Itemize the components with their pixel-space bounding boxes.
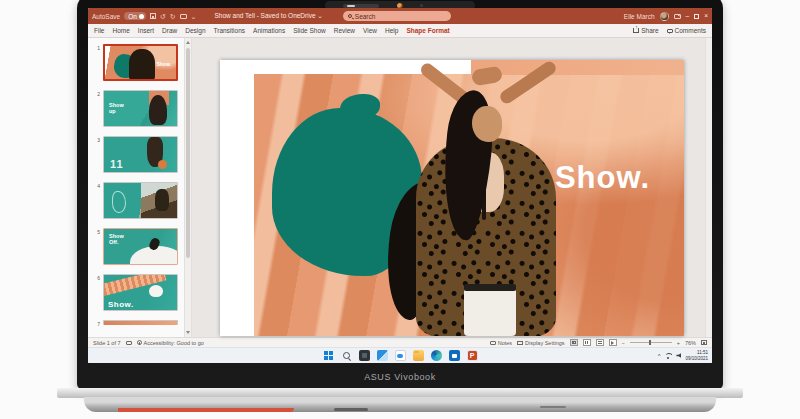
start-presentation-icon[interactable] [180,14,187,19]
reading-view-button[interactable] [596,339,604,346]
minimize-button[interactable]: – [686,13,690,20]
autosave-label: AutoSave [92,13,120,20]
zoom-slider[interactable] [630,342,672,343]
scroll-down-icon[interactable] [186,331,190,334]
zoom-slider-knob[interactable] [649,340,651,345]
current-slide[interactable]: Show. [220,60,684,336]
powerpoint-taskbar-button[interactable]: P [467,350,478,361]
maximize-button[interactable] [694,14,699,19]
customize-qat-icon[interactable]: ⌄ [191,13,197,20]
slide-7-thumbnail[interactable] [103,320,178,325]
comments-button[interactable]: Comments [667,27,706,34]
close-button[interactable]: × [704,13,708,20]
figure-head [472,106,502,142]
slide-sorter-icon [585,341,589,344]
accessibility-icon [137,340,142,345]
taskbar-search-icon[interactable] [341,350,352,361]
save-icon[interactable] [150,13,156,19]
microsoft-store-icon[interactable] [449,350,460,361]
slide-2-thumbnail[interactable]: Show up [103,90,178,127]
powerpoint-titlebar: AutoSave On ↺ ↻ ⌄ Show and Tell - Saved … [88,8,712,24]
tab-design[interactable]: Design [185,27,205,34]
search-icon [348,14,352,18]
tab-shape-format[interactable]: Shape Format [406,27,449,34]
slide-4-thumbnail[interactable] [103,182,178,219]
tab-file[interactable]: File [94,27,104,34]
fit-slide-to-window-icon[interactable] [701,340,707,345]
notes-pane-icon[interactable] [126,341,132,345]
ribbon-tab-bar: File Home Insert Draw Design Transitions… [88,24,712,38]
presenter-mode-icon[interactable] [674,14,681,19]
wifi-icon[interactable] [664,353,672,359]
thumb1-caption: Show. [156,61,171,67]
slide-6-thumbnail[interactable]: Show. [103,274,178,311]
scrollbar-thumb[interactable] [186,48,190,258]
thumb3-basketball [158,160,167,169]
figure-belt [464,284,516,291]
slide-3-thumbnail[interactable]: 11 [103,136,178,173]
autosave-state-label: On [128,13,137,20]
slide-title-text: Show. [555,160,650,196]
tab-help[interactable]: Help [385,27,398,34]
webcam-privacy-slider [343,4,379,8]
accessibility-checker[interactable]: Accessibility: Good to go [137,340,204,346]
tab-draw[interactable]: Draw [162,27,177,34]
display-settings-icon [517,341,523,345]
search-input[interactable]: Search [343,11,451,21]
edge-browser-icon[interactable] [431,350,442,361]
zoom-out-button[interactable]: − [622,340,625,346]
user-name[interactable]: Elle March [624,13,655,20]
slideshow-button[interactable] [609,339,617,346]
slideshow-icon [611,341,614,345]
tab-slide-show[interactable]: Slide Show [293,27,326,34]
autosave-toggle[interactable]: On [124,12,146,20]
normal-view-button[interactable] [570,339,578,346]
system-tray: ^ 11:51 09/10/2021 [658,348,708,363]
zoom-level[interactable]: 76% [685,340,696,346]
tab-animations[interactable]: Animations [253,27,285,34]
thumbnail-row-7: 7 [94,320,191,327]
notes-button[interactable]: Notes [490,340,512,346]
laptop-lid: AutoSave On ↺ ↻ ⌄ Show and Tell - Saved … [77,0,723,389]
titlebar-right-cluster: Elle March – × [624,12,708,21]
start-button[interactable] [323,350,334,361]
canvas-scrollbar[interactable] [705,38,712,337]
user-avatar[interactable] [660,12,669,21]
volume-icon[interactable] [676,353,681,358]
thumbnail-scrollbar[interactable] [184,38,191,337]
display-settings-button[interactable]: Display Settings [517,340,564,346]
chat-icon[interactable] [395,350,406,361]
document-title-text: Show and Tell - Saved to OneDrive [214,12,315,19]
redo-icon[interactable]: ↻ [170,13,176,20]
thumbnail-row-6: 6 Show. [94,274,191,311]
tab-home[interactable]: Home [112,27,129,34]
thumb4-rider-figure [155,189,169,211]
slide-sorter-button[interactable] [583,339,591,346]
tab-insert[interactable]: Insert [138,27,154,34]
thumbnail-row-1: 1 Show. [94,44,191,81]
file-explorer-icon[interactable] [413,350,424,361]
tray-chevron-icon[interactable]: ^ [658,353,661,359]
document-title[interactable]: Show and Tell - Saved to OneDrive ⌄ [214,12,322,20]
slide-number: 2 [94,90,100,127]
webcam-mic-dot [420,4,423,7]
tab-view[interactable]: View [363,27,377,34]
thumb2-figure [149,95,167,125]
laptop-product-photo: AutoSave On ↺ ↻ ⌄ Show and Tell - Saved … [0,0,800,419]
tab-transitions[interactable]: Transitions [214,27,246,34]
taskbar-clock[interactable]: 11:51 09/10/2021 [685,350,708,361]
ribbon-right-cluster: Share Comments [633,27,706,34]
slide-1-thumbnail[interactable]: Show. [103,44,178,81]
slide-number: 1 [94,44,100,81]
scroll-up-icon[interactable] [186,41,190,44]
notes-icon [490,341,496,345]
slide-5-thumbnail[interactable]: Show Off. [103,228,178,265]
thumb4-scribble [112,191,126,213]
zoom-in-button[interactable]: + [677,340,680,346]
share-button[interactable]: Share [633,27,658,34]
tab-review[interactable]: Review [334,27,355,34]
undo-icon[interactable]: ↺ [160,13,166,20]
task-view-icon[interactable] [359,350,370,361]
widgets-icon[interactable] [377,350,388,361]
clock-date: 09/10/2021 [685,356,708,362]
